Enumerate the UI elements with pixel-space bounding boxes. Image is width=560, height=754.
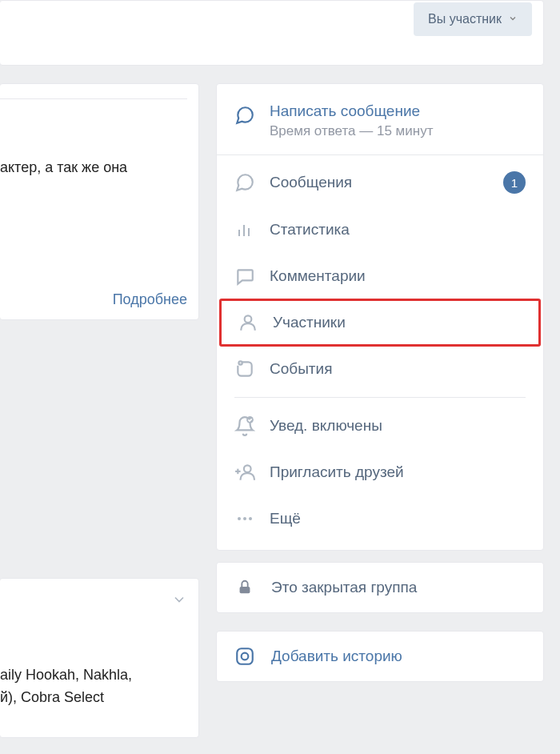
sidebar-item-label: Статистика [270,221,526,239]
membership-status-button[interactable]: Вы участник [414,2,532,36]
divider [0,98,187,99]
divider [234,397,526,398]
bar-chart-icon [234,219,255,240]
info-panel: aily Hookah, Nakhla, й), Cobra Select [0,578,199,738]
sidebar-panel: Написать сообщение Время ответа — 15 мин… [216,83,544,551]
lock-icon [234,577,255,598]
add-story-panel[interactable]: Добавить историю [216,631,544,682]
comment-icon [234,266,255,287]
sidebar-item-more[interactable]: Ещё [217,495,543,542]
sidebar-item-events[interactable]: События [217,346,543,392]
panel-header [0,592,187,611]
chevron-down-icon [508,12,518,26]
sidebar-item-label: События [270,360,526,378]
description-panel: актер, а так же она Подробнее [0,83,199,320]
more-link[interactable]: Подробнее [113,291,187,308]
sidebar-item-notifications[interactable]: Увед. включены [217,403,543,449]
sidebar-item-invite-friends[interactable]: Пригласить друзей [217,449,543,495]
info-line-2: й), Cobra Select [0,686,187,708]
speech-bubble-icon [234,105,255,126]
sidebar-item-label: Увед. включены [270,417,526,435]
add-story-label: Добавить историю [271,648,402,665]
svg-point-4 [238,361,242,364]
svg-rect-12 [240,587,250,593]
svg-point-10 [243,517,246,520]
header-panel: Вы участник [0,0,544,66]
svg-point-14 [242,653,249,660]
sidebar-item-label: Ещё [270,510,526,527]
bell-check-icon [234,415,255,436]
events-icon [234,359,255,379]
closed-group-panel: Это закрытая группа [216,562,544,613]
membership-status-label: Вы участник [428,12,502,26]
info-text: aily Hookah, Nakhla, й), Cobra Select [0,664,187,708]
svg-rect-13 [237,648,253,664]
closed-group-label: Это закрытая группа [271,579,417,596]
speech-bubble-outline-icon [234,172,255,193]
svg-point-11 [249,517,252,520]
sidebar-item-comments[interactable]: Комментарии [217,253,543,299]
more-dots-icon [234,508,255,529]
add-person-icon [234,462,255,483]
sidebar-item-statistics[interactable]: Статистика [217,207,543,253]
description-text: актер, а так же она [0,157,187,178]
messages-badge: 1 [503,171,526,194]
person-icon [238,312,258,333]
sidebar-item-messages[interactable]: Сообщения 1 [217,158,543,207]
info-line-1: aily Hookah, Nakhla, [0,664,187,686]
sidebar-item-label: Сообщения [270,174,489,191]
camera-square-icon [234,646,255,667]
sidebar-item-members[interactable]: Участники [220,299,540,346]
sidebar-item-label: Пригласить друзей [270,463,526,481]
sidebar-item-label: Участники [273,314,522,331]
chevron-down-icon[interactable] [171,592,187,611]
sidebar-item-label: Комментарии [270,267,526,285]
write-message-subtitle: Время ответа — 15 минут [270,122,433,140]
write-message-title: Написать сообщение [270,102,433,121]
write-message-block[interactable]: Написать сообщение Время ответа — 15 мин… [217,94,543,155]
svg-point-6 [244,465,251,472]
svg-point-3 [245,315,252,323]
svg-point-9 [238,517,241,520]
